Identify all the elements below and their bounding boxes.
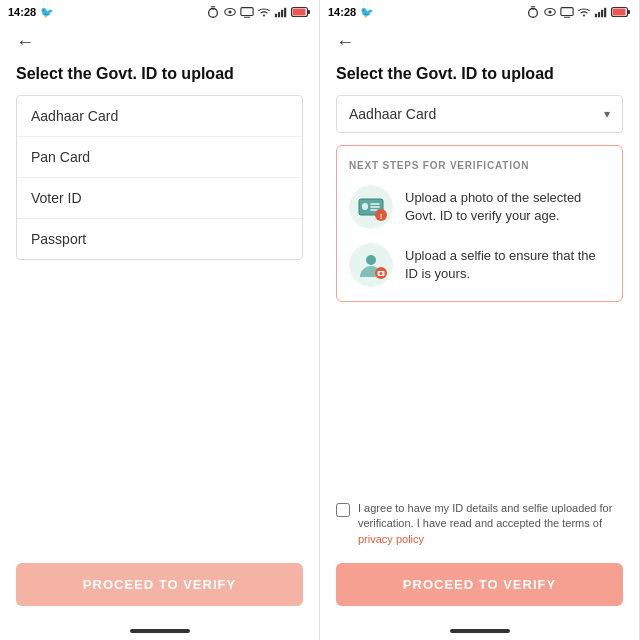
screen-icon-r (560, 5, 574, 19)
svg-rect-18 (598, 12, 600, 17)
svg-rect-22 (628, 10, 631, 14)
time-right: 14:28 (328, 6, 356, 18)
svg-rect-20 (604, 8, 606, 18)
svg-rect-8 (284, 8, 286, 18)
next-step-2: Upload a selfie to ensure that the ID is… (349, 243, 610, 287)
next-step-1: ! Upload a photo of the selected Govt. I… (349, 185, 610, 229)
home-indicator-right (320, 622, 639, 640)
step-1-text: Upload a photo of the selected Govt. ID … (405, 185, 610, 225)
svg-point-36 (380, 272, 383, 275)
svg-rect-7 (281, 10, 283, 17)
status-bar-right: 14:28 🐦 (320, 0, 639, 24)
alarm-icon (206, 5, 220, 19)
id-dropdown-select[interactable]: Aadhaar Card ▾ (336, 95, 623, 133)
svg-point-16 (583, 14, 585, 16)
svg-text:!: ! (380, 212, 383, 221)
svg-rect-3 (241, 8, 253, 16)
svg-point-33 (366, 255, 376, 265)
status-right-right-side (526, 5, 631, 19)
dropdown-selected-value: Aadhaar Card (349, 106, 436, 122)
status-left: 14:28 🐦 (8, 6, 54, 19)
twitter-icon-right: 🐦 (360, 6, 374, 19)
signal-icon (274, 5, 288, 19)
wifi-icon (257, 5, 271, 19)
back-button-left[interactable]: ← (0, 24, 319, 57)
wifi-icon-r (577, 5, 591, 19)
battery-icon (291, 6, 311, 18)
eye-icon (223, 5, 237, 19)
home-bar-left (130, 629, 190, 633)
next-steps-box: NEXT STEPS FOR VERIFICATION ! Upload a p… (336, 145, 623, 302)
eye-icon-r (543, 5, 557, 19)
battery-icon-r (611, 6, 631, 18)
home-bar-right (450, 629, 510, 633)
selfie-upload-icon (349, 243, 393, 287)
next-steps-title: NEXT STEPS FOR VERIFICATION (349, 160, 610, 171)
terms-label: I agree to have my ID details and selfie… (358, 501, 623, 547)
svg-rect-26 (362, 203, 368, 210)
left-panel: 14:28 🐦 (0, 0, 320, 640)
svg-rect-6 (278, 12, 280, 17)
time-left: 14:28 (8, 6, 36, 18)
alarm-icon-r (526, 5, 540, 19)
svg-rect-23 (613, 9, 626, 16)
terms-checkbox-area: I agree to have my ID details and selfie… (320, 493, 639, 555)
back-button-right[interactable]: ← (320, 24, 639, 57)
status-right-left-side: 14:28 🐦 (328, 6, 374, 19)
svg-rect-11 (293, 9, 306, 16)
dropdown-item-voter[interactable]: Voter ID (17, 178, 302, 219)
chevron-down-icon: ▾ (604, 107, 610, 121)
svg-point-4 (263, 14, 265, 16)
status-bar-left: 14:28 🐦 (0, 0, 319, 24)
svg-point-14 (548, 10, 551, 13)
status-right-left (206, 5, 311, 19)
svg-rect-5 (275, 14, 277, 18)
svg-rect-17 (595, 14, 597, 18)
svg-rect-19 (601, 10, 603, 17)
twitter-icon-left: 🐦 (40, 6, 54, 19)
step-2-text: Upload a selfie to ensure that the ID is… (405, 243, 610, 283)
home-indicator-left (0, 622, 319, 640)
dropdown-item-aadhaar[interactable]: Aadhaar Card (17, 96, 302, 137)
screen-icon (240, 5, 254, 19)
page-title-left: Select the Govt. ID to upload (0, 57, 319, 95)
page-title-right: Select the Govt. ID to upload (320, 57, 639, 95)
privacy-policy-link[interactable]: privacy policy (358, 533, 424, 545)
terms-checkbox[interactable] (336, 503, 350, 517)
id-dropdown-list: Aadhaar Card Pan Card Voter ID Passport (16, 95, 303, 260)
svg-rect-10 (308, 10, 311, 14)
terms-text: I agree to have my ID details and selfie… (358, 502, 612, 529)
proceed-button-right[interactable]: PROCEED TO VERIFY (336, 563, 623, 606)
svg-rect-15 (561, 8, 573, 16)
dropdown-item-passport[interactable]: Passport (17, 219, 302, 259)
proceed-button-left[interactable]: PROCEED TO VERIFY (16, 563, 303, 606)
signal-icon-r (594, 5, 608, 19)
id-upload-icon: ! (349, 185, 393, 229)
svg-point-2 (228, 10, 231, 13)
right-panel: 14:28 🐦 (320, 0, 640, 640)
dropdown-item-pan[interactable]: Pan Card (17, 137, 302, 178)
